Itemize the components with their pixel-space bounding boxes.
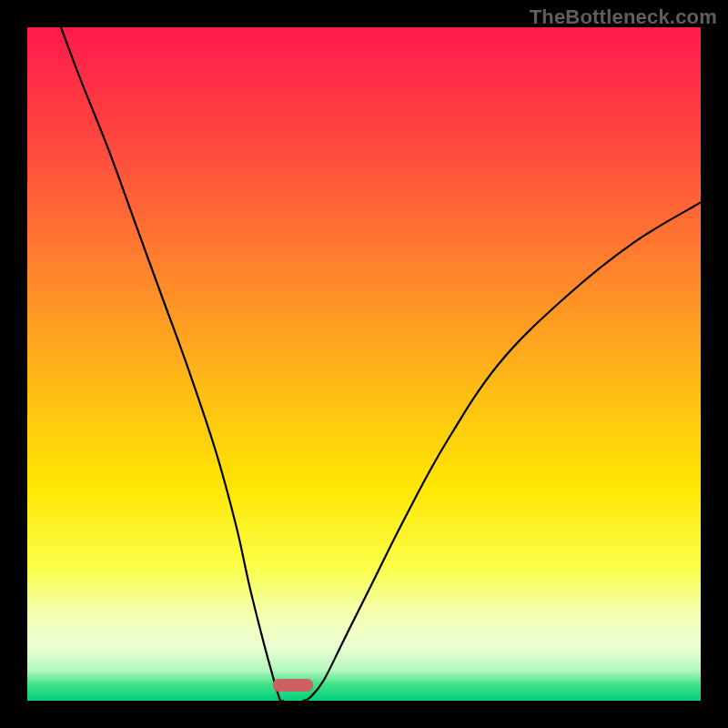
curve-right <box>303 202 701 701</box>
watermark-text: TheBottleneck.com <box>530 5 717 29</box>
plot-area <box>27 27 701 701</box>
curve-layer <box>27 27 701 701</box>
curve-left <box>61 27 283 702</box>
optimal-marker <box>273 679 313 691</box>
chart-frame: TheBottleneck.com <box>0 0 728 728</box>
